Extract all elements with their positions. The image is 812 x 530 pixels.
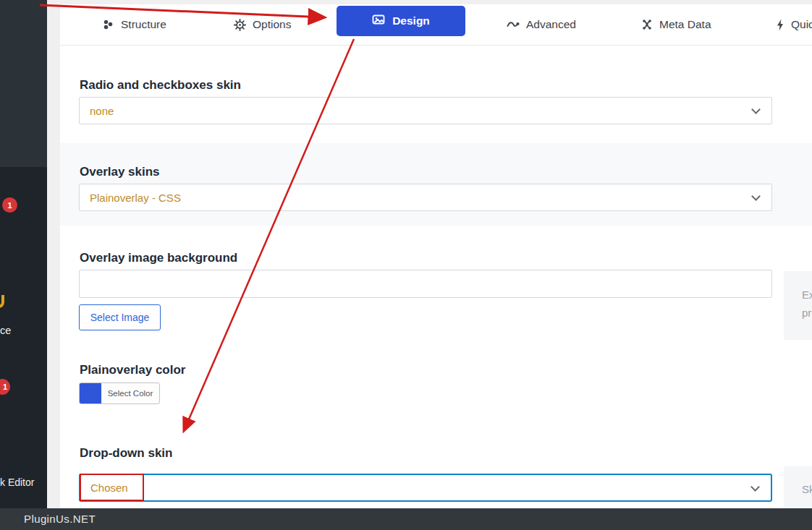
tab-advanced[interactable]: Advanced [507,13,576,36]
notification-badge: 1 [2,197,17,213]
page: 1 ce 1 k Editor Structure [0,0,812,530]
chevron-down-icon [750,482,760,492]
chevron-down-icon [751,105,761,114]
overlay-image-input[interactable] [79,270,772,298]
structure-icon [101,18,114,31]
tab-label: Advanced [526,18,576,31]
select-value: none [90,105,114,117]
tab-structure[interactable]: Structure [101,13,166,36]
tab-design[interactable]: Design [337,6,465,36]
settings-panel: Structure Options [60,4,812,508]
footer-bar: PluginUs.NET [0,508,812,530]
tab-label: Design [392,14,430,27]
sidebar-item-partial[interactable]: ce [0,325,11,336]
tab-bar: Structure Options [60,4,812,46]
color-picker-control[interactable]: Select Color [79,382,160,404]
radio-skin-select[interactable]: none [79,97,772,124]
select-image-button[interactable]: Select Image [79,304,161,330]
lightning-icon [776,19,784,31]
tab-quick[interactable]: Quic [776,13,812,36]
sidebar-highlight-block [0,0,47,167]
gear-icon [234,19,246,31]
nodes-icon [641,19,653,30]
sidebar-item-block-editor[interactable]: k Editor [0,476,34,488]
overlay-skins-select[interactable]: Plainoverlay - CSS [79,184,772,211]
help-text: Ex [802,288,812,301]
select-value: Plainoverlay - CSS [90,192,181,204]
tab-meta-data[interactable]: Meta Data [641,13,711,36]
field-label-dropdown-skin: Drop-down skin [80,446,172,461]
sidebar-partial-icon [0,295,4,308]
notification-badge: 1 [0,379,10,395]
tab-label: Quic [791,18,812,31]
field-label-plainoverlay-color: Plainoverlay color [80,363,185,377]
tab-label: Meta Data [659,18,711,31]
chevron-down-icon [751,192,761,201]
color-swatch [80,383,101,403]
help-panel: Sk [784,466,812,508]
help-text: Sk [802,483,812,495]
field-label-overlay-skins: Overlay skins [80,165,160,179]
select-color-button[interactable]: Select Color [101,383,159,403]
field-label-overlay-image: Overlay image background [80,251,237,265]
squiggle-icon [507,20,520,30]
admin-sidebar: 1 ce 1 k Editor [0,0,47,508]
tab-label: Structure [121,18,166,31]
design-image-icon [372,14,385,28]
help-panel: Ex pr [784,271,812,340]
field-label-radio-skin: Radio and checkboxes skin [80,78,241,93]
tab-options[interactable]: Options [234,13,291,36]
tab-label: Options [253,18,291,31]
select-value: Chosen [90,482,128,494]
footer-brand: PluginUs.NET [24,513,96,525]
help-text: pr [802,307,811,319]
dropdown-skin-select[interactable]: Chosen [79,474,772,502]
